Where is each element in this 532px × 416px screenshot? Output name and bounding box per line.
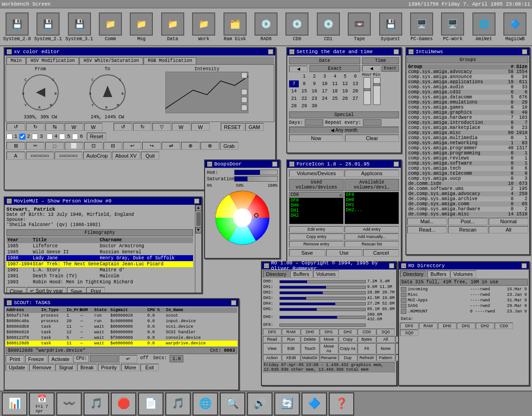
xv-tool-9[interactable]: ⇌ (162, 142, 180, 150)
ro-entry-muiapps[interactable]: MUI-Apps ----rwed 31.Mar 9 (400, 298, 528, 303)
icon-comm[interactable]: 📁 Comm (95, 12, 125, 42)
ro-cd0-btn[interactable]: CD0 (357, 329, 376, 335)
ro-entry-misc[interactable]: Misc ----rwed 23.Jan 9 (400, 292, 528, 298)
xv-tool-1[interactable]: ⊞ (6, 142, 25, 150)
datetime-anymonth-btn[interactable]: ◀ Any month (289, 127, 399, 134)
ro-view-btn[interactable]: View (263, 343, 281, 354)
intui-news-close[interactable]: □ (408, 49, 414, 55)
news-row-3[interactable]: comp.sys.amiga.applications19611 (407, 80, 528, 85)
ro-right-dh0-btn[interactable]: DH0 (438, 323, 456, 329)
ro-right-zoom[interactable]: □ (521, 263, 527, 269)
taskbar-waveform[interactable]: 📊 (2, 392, 27, 416)
force-copy-btn[interactable]: Copy entry (289, 233, 344, 240)
force-close[interactable]: □ (289, 161, 295, 167)
scout-more-btn[interactable]: More (121, 364, 139, 371)
scout-priority-btn[interactable]: Priority (98, 364, 120, 371)
icon-pcgames[interactable]: 🖥️ PC-Games (406, 12, 436, 42)
datetime-close[interactable]: □ (289, 49, 295, 55)
news-row-8[interactable]: comp.sys.amiga.games010 (407, 105, 528, 110)
ro-read-btn[interactable]: Read (263, 336, 281, 343)
ro-edit-btn[interactable]: Edit (282, 343, 300, 354)
scout-row-2[interactable]: $0800c40aprocess20—run$c00000000.0input.… (6, 318, 237, 324)
movie-save-btn[interactable]: Save (67, 287, 85, 293)
news-row-24[interactable]: de.comm.software.ums2195 (407, 186, 528, 191)
movie-film-5[interactable]: 1991L.A. StoryMaitre d' (6, 267, 193, 273)
ro-action-btn[interactable]: Action (263, 355, 281, 361)
ro-drive-dh3[interactable]: DH3: 41.5M 19.0M (263, 295, 395, 301)
xv-tool-2[interactable]: ✂ (26, 142, 44, 150)
scout-zoom[interactable]: □ (231, 300, 236, 306)
ro-entry-nomount[interactable]: .NOMOUNT 0 ----rwed 23.Jan 9 (400, 309, 528, 314)
ro-left-zoom[interactable]: □ (389, 263, 394, 269)
force-avail-list[interactable]: DF0 DH0 DH1 DH2... (345, 192, 399, 224)
xv-about-btn[interactable]: About XV (112, 152, 139, 159)
news-row-9[interactable]: comp.sys.amiga.graphics049 (407, 110, 528, 115)
movie-scrollbar[interactable]: ▲ ▼ (195, 205, 201, 293)
news-row-10[interactable]: comp.sys.amiga.hardware7103 (407, 115, 528, 120)
news-row-29[interactable]: de.comp.sys.amiga.misc141510 (407, 212, 528, 217)
ro-drive-dh5[interactable]: DH5: 85.1M 65.0M (263, 306, 395, 312)
scout-remove-btn[interactable]: Remove (29, 364, 54, 371)
xv-tab-rgb[interactable]: RGB Modification (144, 57, 196, 64)
taskbar-stop[interactable]: 🛑 (111, 392, 136, 416)
ro-touch-btn[interactable]: Touch (301, 343, 319, 354)
ro-copyas-btn[interactable]: Copy As (339, 343, 357, 354)
xv-tool-11[interactable]: ⊗ (200, 142, 219, 150)
scout-row-5[interactable]: $080122f0task5—wait$f00000000.0console.d… (6, 335, 237, 341)
ro-drive-dh6[interactable]: DH6: 209.0M 432.6M (263, 312, 395, 322)
boops-hue-slider[interactable] (234, 170, 278, 175)
scout-exit-btn[interactable]: Exit (140, 364, 159, 371)
icon-work[interactable]: 📁 Work (188, 12, 218, 42)
xv-btn-reset1[interactable]: ↺ (6, 123, 25, 131)
xv-autocrop-btn[interactable]: AutoCrop (83, 152, 111, 159)
xv-tool-5[interactable]: ⊡ (84, 142, 103, 150)
news-row-16[interactable]: comp.sys.amiga.programmer401317 (407, 146, 528, 151)
movie-close[interactable]: □ (6, 198, 12, 204)
ro-right-ram-btn[interactable]: RAM (419, 323, 437, 329)
intui-mail-btn[interactable]: Mail... (407, 218, 447, 225)
news-row-13[interactable]: comp.sys.amiga.misc601910 (407, 130, 528, 135)
xv-btn-w1[interactable]: W (65, 123, 83, 131)
ro-run-btn[interactable]: Run (282, 336, 300, 343)
xv-btn-tri[interactable]: ▽ (152, 123, 171, 131)
datetime-now-btn[interactable]: Now (289, 135, 343, 142)
force-app-tab[interactable]: AppIcons (345, 170, 399, 177)
xv-cb-3[interactable] (32, 134, 38, 140)
ro-drive-dh1[interactable]: DH1: 9.6M 11.3M (263, 284, 395, 290)
icon-cd1[interactable]: 💿 CD1 (313, 12, 343, 42)
force-edit-btn[interactable]: Edit entry (289, 226, 344, 232)
ro-delete-btn[interactable]: Delete (301, 336, 319, 343)
news-row-1[interactable]: comp.sys.amiga.advocacy581554 (407, 69, 528, 74)
icon-system20[interactable]: 💾 System_2.0 (2, 12, 32, 42)
xv-sel1-btn[interactable]: ▭▭▭▭ (26, 152, 54, 159)
ro-move-btn[interactable]: Move (320, 336, 338, 343)
scout-cpu-enter[interactable]: ↵ (119, 355, 137, 363)
ro-sq0-btn[interactable]: SQ0 (376, 329, 395, 335)
xv-cb-6[interactable] (72, 134, 78, 140)
intui-all-btn[interactable]: All (489, 226, 528, 233)
force-remove-btn[interactable]: Remove entry (289, 241, 344, 247)
xv-cb-4[interactable] (47, 134, 53, 140)
boops-zoom[interactable]: □ (272, 161, 278, 167)
ro-dh1-btn[interactable]: DH1 (320, 329, 338, 335)
ro-right-tab-dir[interactable]: Directory (400, 270, 427, 278)
intui-news-zoom[interactable]: □ (522, 49, 527, 55)
ro-rename-btn[interactable]: Rename (320, 355, 338, 361)
taskbar-calendar[interactable]: 📅 Fri 7Apr (29, 392, 54, 416)
force-addentry-btn[interactable]: Add entry (345, 226, 399, 232)
news-row-6[interactable]: comp.sys.amiga.datacomm5676 (407, 95, 528, 100)
ro-entry-sa5g[interactable]: SA5G ----rwed 29.Mar 9 (400, 303, 528, 309)
news-row-23[interactable]: de.comm.isdn10673 (407, 181, 528, 186)
xv-font-btn[interactable]: A (6, 152, 25, 159)
ro-right-dh2-btn[interactable]: DH2 (476, 323, 494, 329)
intui-read-btn[interactable]: Read... (407, 226, 447, 233)
taskbar-help[interactable]: ❓ (329, 392, 354, 416)
xv-editor-close[interactable]: □ (6, 49, 12, 55)
movie-film-1[interactable]: 1985LifeforceDoctor Armstrong (6, 243, 193, 249)
ro-drive-dh0[interactable]: DH0: 7.2M 3.4M (263, 279, 395, 284)
scout-update-btn[interactable]: Update (6, 364, 28, 371)
news-row-5[interactable]: comp.sys.amiga.cd3206 (407, 90, 528, 95)
ro-refresh-btn[interactable]: Refresh (357, 355, 376, 361)
xv-btn-w4[interactable]: W (191, 123, 210, 131)
ro-dh0-btn[interactable]: DH0 (301, 329, 319, 335)
